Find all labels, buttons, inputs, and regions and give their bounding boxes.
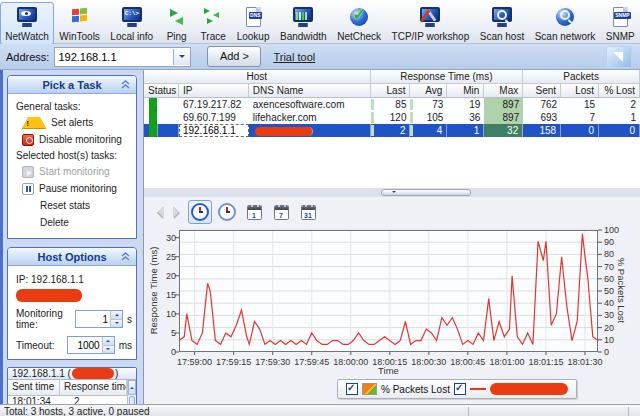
task-item-set-alerts[interactable]: Set alerts bbox=[22, 116, 132, 129]
toolbar-item-localinfo[interactable]: Local info bbox=[105, 2, 158, 45]
add-button[interactable]: Add > bbox=[207, 46, 261, 67]
toolbar-item-scannetwork[interactable]: Scan network bbox=[529, 2, 600, 45]
hosts-table: HostResponse Time (ms)PacketsStatusIPDNS… bbox=[143, 70, 640, 188]
host-options-title: Host Options bbox=[37, 251, 106, 263]
start-icon bbox=[22, 166, 34, 178]
timeout-stepper[interactable] bbox=[67, 336, 115, 354]
hosts-table-row[interactable]: 67.19.217.82axencesoftware.com8573198977… bbox=[144, 98, 640, 111]
toolbar-item-trace[interactable]: Trace bbox=[195, 2, 232, 45]
value-cell: 1 bbox=[447, 124, 484, 137]
address-combobox[interactable] bbox=[54, 47, 191, 67]
collapse-chevron-icon[interactable] bbox=[120, 251, 131, 262]
monitoring-time-input[interactable] bbox=[76, 311, 110, 327]
task-item-delete[interactable]: Delete bbox=[40, 216, 132, 229]
history-column-header[interactable]: Sent time bbox=[8, 380, 60, 395]
localinfo-icon bbox=[119, 5, 145, 30]
value-cell: 897 bbox=[484, 98, 523, 111]
task-item-label: Set alerts bbox=[51, 117, 93, 128]
collapse-chevron-icon[interactable] bbox=[120, 79, 131, 90]
value-cell: 762 bbox=[523, 98, 561, 111]
chart-range-5min-button[interactable] bbox=[188, 200, 212, 224]
value-cell: 0 bbox=[561, 124, 599, 137]
spin-up-button[interactable] bbox=[111, 311, 122, 319]
table-chart-splitter[interactable] bbox=[143, 188, 640, 197]
value-cell: 4 bbox=[410, 124, 447, 137]
toolbar-item-label: Bandwidth bbox=[280, 31, 327, 42]
chart-range-31days-button[interactable]: 31 bbox=[296, 200, 320, 224]
toolbar-item-bandwidth[interactable]: Bandwidth bbox=[275, 2, 332, 45]
hosts-table-row[interactable]: 69.60.7.199lifehacker.com120105368976937… bbox=[144, 111, 640, 124]
hosts-column-header[interactable]: % Lost bbox=[599, 84, 640, 98]
status-text: Total: 3 hosts, 3 active, 0 paused bbox=[4, 406, 150, 416]
monitoring-time-unit: s bbox=[127, 314, 132, 325]
value-cell: 105 bbox=[410, 111, 447, 124]
pick-a-task-title: Pick a Task bbox=[42, 79, 101, 91]
chart-forward-button[interactable] bbox=[169, 204, 185, 220]
value-cell: 15 bbox=[561, 98, 599, 111]
hosts-column-header[interactable]: DNS Name bbox=[249, 84, 371, 98]
status-up-icon bbox=[149, 111, 157, 124]
address-input[interactable] bbox=[55, 49, 173, 65]
address-label: Address: bbox=[6, 51, 49, 63]
toolbar-item-scanhost[interactable]: Scan host bbox=[474, 2, 529, 45]
host-options-header[interactable]: Host Options bbox=[8, 248, 136, 266]
legend-checkbox[interactable] bbox=[454, 383, 466, 395]
task-item-label: Reset stats bbox=[40, 200, 90, 211]
status-bar: Total: 3 hosts, 3 active, 0 paused bbox=[0, 404, 640, 416]
history-scrollbar[interactable] bbox=[127, 380, 136, 405]
spin-down-button[interactable] bbox=[103, 345, 114, 354]
toolbar-item-netcheck[interactable]: NetCheck bbox=[332, 2, 386, 45]
hosts-column-header[interactable]: IP bbox=[179, 84, 249, 98]
chart-range-1hour-button[interactable] bbox=[215, 200, 239, 224]
monitoring-time-stepper[interactable] bbox=[75, 310, 123, 328]
hosts-column-header[interactable]: Min bbox=[447, 84, 484, 98]
toolbar-item-wintools[interactable]: WinTools bbox=[54, 2, 105, 45]
toolbar-item-snmp[interactable]: SNMP bbox=[601, 2, 640, 45]
chevron-down-icon bbox=[179, 55, 185, 61]
left-axis-tick: 5 bbox=[148, 328, 176, 338]
trace-icon bbox=[200, 5, 226, 30]
trial-tool-link[interactable]: Trial tool bbox=[273, 51, 315, 63]
toolbar-item-tcpip[interactable]: TCP/IP workshop bbox=[386, 2, 474, 45]
hosts-column-header[interactable]: Last bbox=[371, 84, 411, 98]
pick-a-task-header[interactable]: Pick a Task bbox=[8, 76, 136, 94]
hosts-column-header[interactable]: Sent bbox=[523, 84, 561, 98]
right-axis-title: % Packets Lost bbox=[616, 231, 627, 351]
value-cell: 7 bbox=[561, 111, 599, 124]
toolbar-item-lookup[interactable]: Lookup bbox=[231, 2, 274, 45]
toolbar-item-netwatch[interactable]: NetWatch bbox=[0, 2, 54, 45]
task-item-disable-monitoring[interactable]: Disable monitoring bbox=[22, 133, 132, 146]
toolbar-item-ping[interactable]: Ping bbox=[158, 2, 195, 45]
toolbar-item-label: Lookup bbox=[237, 31, 270, 42]
hosts-column-header[interactable]: Status bbox=[144, 84, 179, 98]
splitter-collapse-handle[interactable] bbox=[381, 189, 471, 196]
timeout-input[interactable] bbox=[68, 337, 102, 353]
value-cell: 0 bbox=[599, 124, 640, 137]
task-item-reset-stats[interactable]: Reset stats bbox=[40, 199, 132, 212]
corner-arrow-icon[interactable] bbox=[606, 46, 632, 68]
hosts-table-row[interactable]: 192.168.1.12413215800 bbox=[144, 124, 640, 137]
hosts-column-header[interactable]: Avg bbox=[410, 84, 447, 98]
address-dropdown-button[interactable] bbox=[173, 49, 190, 65]
hosts-column-header[interactable]: Max bbox=[484, 84, 523, 98]
task-item-pause-monitoring[interactable]: Pause monitoring bbox=[22, 182, 132, 195]
scroll-up-button[interactable] bbox=[128, 380, 136, 395]
spin-down-button[interactable] bbox=[111, 319, 122, 328]
task-item-label: Delete bbox=[40, 217, 69, 228]
spin-up-button[interactable] bbox=[103, 337, 114, 345]
chart-back-button[interactable] bbox=[150, 204, 166, 220]
main-toolbar: NetWatchWinToolsLocal infoPingTraceLooku… bbox=[0, 0, 640, 44]
scannetwork-icon bbox=[552, 5, 578, 30]
value-cell: 85 bbox=[371, 98, 411, 111]
chart-range-7days-button[interactable]: 7 bbox=[269, 200, 293, 224]
value-cell: 2 bbox=[599, 98, 640, 111]
legend-checkbox[interactable] bbox=[346, 383, 358, 395]
chart-range-1day-button[interactable]: 1 bbox=[242, 200, 266, 224]
bandwidth-icon bbox=[290, 5, 316, 30]
hosts-column-header[interactable]: Lost bbox=[561, 84, 599, 98]
ip-cell: 192.168.1.1 bbox=[179, 124, 249, 137]
history-title-text: 192.168.1.1 ( bbox=[12, 368, 71, 379]
history-column-header[interactable]: Response time (ms) bbox=[60, 380, 127, 395]
left-axis-tick: 0 bbox=[148, 347, 176, 357]
host-options-panel: Host Options IP: 192.168.1.1 Monitoring … bbox=[7, 247, 137, 360]
